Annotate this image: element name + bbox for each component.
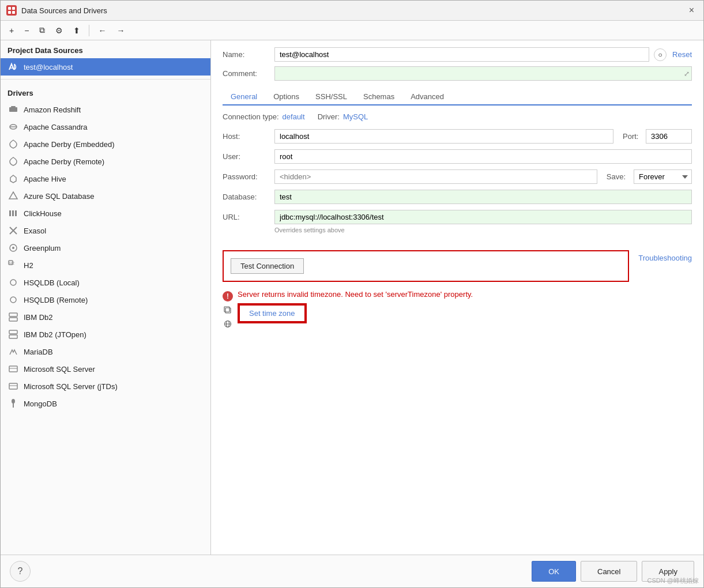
svg-point-18	[10, 280, 16, 285]
apache-hive-icon	[7, 173, 19, 184]
settings-button[interactable]: ⚙	[51, 24, 67, 37]
name-input[interactable]	[274, 47, 649, 62]
database-label: Database:	[223, 193, 274, 201]
tab-advanced[interactable]: Advanced	[402, 89, 452, 105]
sidebar-item-mssql[interactable]: Microsoft SQL Server	[1, 360, 210, 378]
tab-ssh-ssl[interactable]: SSH/SSL	[307, 89, 355, 105]
svg-rect-9	[9, 210, 11, 216]
tab-general[interactable]: General	[223, 89, 265, 105]
name-circle-button[interactable]: ○	[654, 48, 667, 61]
globe-icon[interactable]	[223, 319, 233, 329]
copy-button[interactable]: ⧉	[35, 23, 49, 37]
svg-rect-5	[11, 106, 16, 107]
url-input[interactable]	[274, 210, 692, 224]
sidebar-item-ibm-db2[interactable]: IBM Db2	[1, 308, 210, 326]
svg-rect-29	[13, 403, 14, 408]
url-row: URL: Overrides settings above	[223, 210, 692, 234]
expand-button[interactable]: ⤢	[684, 70, 690, 78]
forward-button[interactable]: →	[112, 24, 129, 37]
add-button[interactable]: +	[5, 24, 18, 37]
sidebar-item-label: Microsoft SQL Server (jTDs)	[24, 382, 118, 391]
connection-type-label: Connection type:	[223, 112, 279, 121]
sidebar-item-label: HSQLDB (Local)	[24, 278, 80, 287]
sidebar-item-hsqldb-local[interactable]: HSQLDB (Local)	[1, 274, 210, 291]
host-port-row: Host: Port:	[223, 129, 692, 144]
svg-point-19	[10, 297, 16, 303]
tabs: General Options SSH/SSL Schemas Advanced	[223, 89, 692, 105]
svg-point-28	[12, 399, 15, 404]
sidebar-item-h2[interactable]: H2 H2	[1, 257, 210, 274]
svg-rect-0	[8, 7, 11, 10]
sidebar-item-mssql-jtds[interactable]: Microsoft SQL Server (jTDs)	[1, 378, 210, 395]
copy-icon[interactable]	[223, 305, 233, 315]
sidebar-item-apache-hive[interactable]: Apache Hive	[1, 170, 210, 187]
remove-button[interactable]: −	[20, 24, 33, 37]
sidebar-item-label: H2	[24, 261, 33, 270]
name-label: Name:	[223, 50, 274, 59]
save-select[interactable]: Forever Until restart Never	[634, 169, 692, 184]
hsqldb-local-icon	[7, 277, 19, 288]
port-input[interactable]	[646, 129, 692, 144]
sidebar-item-test-localhost[interactable]: test@localhost	[1, 58, 210, 76]
sidebar-item-apache-derby-embedded[interactable]: Apache Derby (Embedded)	[1, 135, 210, 153]
apache-derby-embedded-icon	[7, 138, 19, 150]
cancel-button[interactable]: Cancel	[581, 561, 637, 582]
sidebar-item-label: Apache Hive	[24, 175, 66, 183]
help-button[interactable]: ?	[10, 561, 31, 582]
mariadb-icon	[7, 346, 19, 357]
watermark: CSDN @蜂桃婚嫁	[647, 576, 699, 585]
tab-schemas[interactable]: Schemas	[355, 89, 402, 105]
host-label: Host:	[223, 132, 274, 141]
error-section: ! Server returns invalid timezone. Need …	[223, 290, 692, 329]
close-button[interactable]: ×	[686, 4, 698, 17]
sidebar-item-azure-sql[interactable]: Azure SQL Database	[1, 187, 210, 205]
password-input[interactable]	[274, 169, 597, 184]
connection-type-value[interactable]: default	[283, 112, 305, 121]
test-connection-button[interactable]: Test Connection	[231, 258, 304, 274]
sidebar-item-apache-derby-remote[interactable]: Apache Derby (Remote)	[1, 153, 210, 170]
tab-options[interactable]: Options	[265, 89, 307, 105]
back-button[interactable]: ←	[94, 24, 110, 37]
sidebar-item-label: HSQLDB (Remote)	[24, 296, 88, 304]
svg-rect-2	[8, 11, 11, 14]
comment-input[interactable]	[274, 66, 692, 81]
reset-link[interactable]: Reset	[672, 50, 692, 59]
right-panel: Name: ○ Reset Comment: ⤢ General Options…	[211, 40, 703, 555]
azure-sql-icon	[7, 190, 19, 202]
sidebar-item-label: Microsoft SQL Server	[24, 365, 95, 374]
user-input[interactable]	[274, 149, 692, 164]
url-label: URL:	[223, 213, 274, 221]
error-icon: !	[223, 291, 233, 301]
overrides-text: Overrides settings above	[274, 227, 345, 233]
host-input[interactable]	[274, 129, 613, 144]
svg-point-15	[12, 247, 14, 249]
sidebar-item-apache-cassandra[interactable]: Apache Cassandra	[1, 118, 210, 135]
svg-marker-8	[9, 192, 17, 199]
ok-button[interactable]: OK	[532, 561, 576, 582]
sidebar-item-mariadb[interactable]: MariaDB	[1, 343, 210, 360]
port-section: Port:	[623, 129, 692, 144]
set-timezone-button[interactable]: Set time zone	[239, 304, 306, 322]
sidebar-item-greenplum[interactable]: Greenplum	[1, 239, 210, 257]
sidebar-item-ibm-db2-jt[interactable]: IBM Db2 (JTOpen)	[1, 326, 210, 343]
host-section: Host:	[223, 129, 613, 144]
driver-value[interactable]: MySQL	[343, 112, 368, 121]
sidebar-item-mongodb[interactable]: MongoDB	[1, 395, 210, 412]
port-label: Port:	[623, 132, 646, 141]
sidebar-item-label: IBM Db2 (JTOpen)	[24, 330, 86, 339]
troubleshooting-link[interactable]: Troubleshooting	[638, 254, 692, 262]
database-input[interactable]	[274, 190, 692, 204]
save-label: Save:	[607, 172, 626, 181]
drivers-label: Drivers	[1, 83, 210, 101]
sidebar-item-hsqldb-remote[interactable]: HSQLDB (Remote)	[1, 291, 210, 308]
sidebar-item-label: Amazon Redshift	[24, 105, 81, 114]
title-bar: Data Sources and Drivers ×	[1, 1, 703, 21]
dialog-title: Data Sources and Drivers	[21, 6, 681, 15]
mongodb-icon	[7, 398, 19, 409]
import-button[interactable]: ⬆	[69, 24, 84, 37]
sidebar-item-exasol[interactable]: Exasol	[1, 222, 210, 239]
sidebar-divider-1	[1, 79, 210, 80]
sidebar-item-label: MariaDB	[24, 348, 53, 356]
sidebar-item-clickhouse[interactable]: ClickHouse	[1, 205, 210, 222]
sidebar-item-amazon-redshift[interactable]: Amazon Redshift	[1, 101, 210, 118]
